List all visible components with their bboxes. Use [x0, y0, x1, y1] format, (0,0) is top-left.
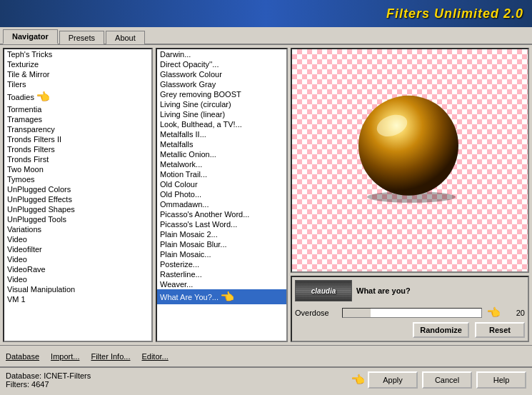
hand-pointer-icon: 👈 [220, 290, 234, 304]
filter-list[interactable]: Darwin... Direct Opacity''... Glasswork … [156, 48, 288, 342]
list-item[interactable]: Darwin... [157, 49, 286, 59]
svg-point-1 [358, 95, 458, 195]
list-item[interactable]: Metallic Onion... [157, 149, 286, 159]
list-item[interactable]: Tile & Mirror [4, 69, 151, 79]
import-link[interactable]: Import... [51, 352, 79, 361]
list-item[interactable]: Metalfalls II... [157, 129, 286, 139]
list-item[interactable]: Tronds Filters [4, 144, 151, 154]
list-item[interactable]: Old Photo... [157, 189, 286, 199]
title-bar: Filters Unlimited 2.0 [0, 0, 532, 27]
list-item[interactable]: Glasswork Gray [157, 79, 286, 89]
overdose-control-row: Overdose 👈 20 [295, 306, 525, 319]
list-item[interactable]: Look, Bulthead, a TV!... [157, 119, 286, 129]
preview-ball [353, 91, 467, 206]
list-item[interactable]: Direct Opacity''... [157, 59, 286, 69]
right-panel: claudia What are you? Overdose 👈 20 Rand… [291, 48, 529, 342]
list-item[interactable]: Picasso's Another Word... [157, 209, 286, 219]
app-title: Filters Unlimited 2.0 [386, 6, 523, 21]
preview-area [291, 48, 529, 273]
randomize-reset-row: Randomize Reset [295, 322, 525, 338]
overdose-label: Overdose [295, 309, 338, 317]
overdose-slider[interactable] [342, 308, 482, 318]
category-list[interactable]: Teph's Tricks Texturize Tile & Mirror Ti… [3, 48, 153, 342]
filter-info-link[interactable]: Filter Info... [91, 352, 130, 361]
list-item[interactable]: UnPlugged Effects [4, 194, 151, 204]
list-item[interactable]: Plain Mosaic Blur... [157, 239, 286, 249]
claudia-badge: claudia [295, 280, 352, 301]
list-item[interactable]: Ommadawn... [157, 199, 286, 209]
list-item[interactable]: Tramages [4, 114, 151, 124]
tab-bar: Navigator Presets About [0, 27, 532, 45]
list-item[interactable]: Video [4, 254, 151, 264]
list-item-what-are-you[interactable]: What Are You?... 👈 [157, 289, 286, 304]
randomize-button[interactable]: Randomize [413, 322, 469, 338]
list-item[interactable]: Transparency [4, 124, 151, 134]
list-item[interactable]: Motion Trail... [157, 169, 286, 179]
list-item[interactable]: Plain Mosaic 2... [157, 229, 286, 239]
main-content: Teph's Tricks Texturize Tile & Mirror Ti… [0, 45, 532, 345]
list-item[interactable]: Tormentia [4, 104, 151, 114]
status-bar: Database: ICNET-Filters Filters: 4647 👈 … [0, 366, 532, 391]
list-item[interactable]: Grey removing BOOST [157, 89, 286, 99]
claudia-label: claudia [311, 287, 336, 295]
list-item[interactable]: Variations [4, 224, 151, 234]
list-item[interactable]: Visual Manipulation [4, 284, 151, 294]
overdose-value: 20 [505, 309, 525, 317]
filter-header-row: claudia What are you? [295, 280, 525, 301]
list-item[interactable]: Old Colour [157, 179, 286, 189]
list-item[interactable]: Video [4, 234, 151, 244]
bottom-toolbar: Database Import... Filter Info... Editor… [0, 345, 532, 366]
list-item[interactable]: Toadies 👈 [4, 89, 151, 104]
tab-about[interactable]: About [106, 31, 145, 44]
cancel-button[interactable]: Cancel [422, 371, 472, 389]
list-item[interactable]: Plain Mosaic... [157, 249, 286, 259]
tab-navigator[interactable]: Navigator [3, 29, 58, 44]
list-item[interactable]: Tilers [4, 79, 151, 89]
list-item[interactable]: Living Sine (circular) [157, 99, 286, 109]
list-item[interactable]: Picasso's Last Word... [157, 219, 286, 229]
list-item[interactable]: Glasswork Colour [157, 69, 286, 79]
list-item[interactable]: Tronds Filters II [4, 134, 151, 144]
list-item[interactable]: Video [4, 274, 151, 284]
hand-pointer-icon: 👈 [36, 90, 50, 104]
list-item[interactable]: UnPlugged Tools [4, 214, 151, 224]
list-item[interactable]: Weaver... [157, 279, 286, 289]
list-item[interactable]: Tronds First [4, 154, 151, 164]
tab-presets[interactable]: Presets [59, 31, 104, 44]
apply-container: 👈 Apply [351, 371, 418, 389]
list-item[interactable]: Videofilter [4, 244, 151, 254]
list-item[interactable]: UnPlugged Colors [4, 184, 151, 194]
editor-link[interactable]: Editor... [141, 352, 168, 361]
list-item[interactable]: Posterize... [157, 259, 286, 269]
filters-status: Filters: 4647 [6, 380, 91, 389]
apply-button[interactable]: Apply [368, 371, 418, 389]
list-item[interactable]: Tymoes [4, 174, 151, 184]
database-status: Database: ICNET-Filters [6, 371, 91, 380]
list-item[interactable]: Metalfalls [157, 139, 286, 149]
list-item[interactable]: Metalwork... [157, 159, 286, 169]
action-buttons: 👈 Apply Cancel Help [351, 371, 526, 389]
list-item[interactable]: UnPlugged Shapes [4, 204, 151, 214]
list-item[interactable]: Teph's Tricks [4, 49, 151, 59]
reset-button[interactable]: Reset [475, 322, 525, 338]
hand-pointer-icon: 👈 [486, 306, 501, 319]
status-info: Database: ICNET-Filters Filters: 4647 [6, 371, 91, 389]
list-item[interactable]: VideoRave [4, 264, 151, 274]
database-link[interactable]: Database [6, 352, 39, 361]
hand-pointer-icon: 👈 [351, 373, 365, 386]
filter-name-label: What are you? [356, 286, 525, 295]
list-item[interactable]: Texturize [4, 59, 151, 69]
list-item[interactable]: VM 1 [4, 294, 151, 304]
list-item[interactable]: Two Moon [4, 164, 151, 174]
list-item[interactable]: Rasterline... [157, 269, 286, 279]
help-button[interactable]: Help [476, 371, 526, 389]
list-item[interactable]: Living Sine (linear) [157, 109, 286, 119]
controls-area: claudia What are you? Overdose 👈 20 Rand… [291, 276, 529, 342]
